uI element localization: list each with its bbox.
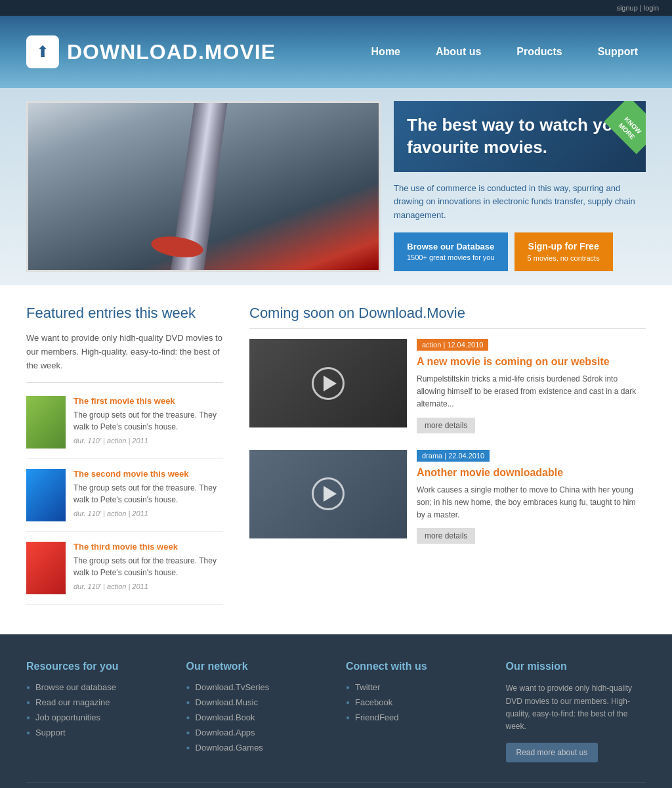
- movie-title-1[interactable]: The first movie this week: [74, 396, 223, 406]
- genre-badge-2: drama | 22.04.2010: [417, 450, 490, 462]
- read-more-button[interactable]: Read more about us: [506, 743, 598, 762]
- list-item[interactable]: Support: [26, 728, 167, 737]
- music-link[interactable]: Download.Music: [196, 697, 258, 707]
- list-item[interactable]: Job opportunities: [26, 712, 167, 722]
- video-info-1: action | 12.04.2010 A new movie is comin…: [417, 339, 646, 433]
- hero-description: The use of commerce is conducted in this…: [394, 182, 646, 223]
- featured-description: We want to provide only hidh-quality DVD…: [26, 332, 223, 383]
- top-bar: signup | login: [0, 0, 672, 16]
- connect-title: Connect with us: [346, 661, 486, 672]
- read-magazine-link[interactable]: Read our magazine: [35, 697, 110, 707]
- movie-title-3[interactable]: The third movie this week: [74, 542, 223, 552]
- footer: Resources for you Browse our database Re…: [0, 634, 672, 788]
- movie-info-2: The second movie this week The group set…: [74, 469, 223, 521]
- auth-links[interactable]: signup | login: [616, 4, 659, 12]
- list-item[interactable]: Read our magazine: [26, 697, 167, 707]
- logo-text: DOWNLOAD.MOVIE: [67, 40, 276, 64]
- support-link[interactable]: Support: [35, 728, 66, 737]
- play-button-2[interactable]: [312, 477, 345, 510]
- footer-network: Our network Download.TvSeries Download.M…: [186, 661, 327, 762]
- video-thumb-2[interactable]: [249, 450, 407, 538]
- logo-icon: ⬆: [26, 35, 59, 68]
- movie-title-2[interactable]: The second movie this week: [74, 469, 223, 479]
- movie-thumb-2: [26, 469, 66, 521]
- play-icon-1: [324, 376, 337, 391]
- movie-desc-3: The group sets out for the treasure. The…: [74, 555, 223, 579]
- hero-title-text: The best way to watch your favourite mov…: [407, 115, 630, 157]
- movie-thumb-3: [26, 542, 66, 594]
- resources-title: Resources for you: [26, 661, 167, 672]
- more-details-button-2[interactable]: more details: [417, 528, 475, 544]
- play-button-1[interactable]: [312, 367, 345, 400]
- list-item[interactable]: Download.Book: [186, 712, 327, 722]
- nav-products[interactable]: Products: [509, 41, 570, 63]
- video-thumb-1[interactable]: [249, 339, 407, 427]
- games-link[interactable]: Download.Games: [196, 743, 263, 753]
- logo: ⬆ DOWNLOAD.MOVIE: [26, 35, 276, 68]
- list-item[interactable]: Download.Games: [186, 743, 327, 753]
- footer-bottom: by WeGraphics · Copyright © 2010. A prem…: [26, 782, 646, 788]
- movie-item: The second movie this week The group set…: [26, 469, 223, 532]
- list-item[interactable]: FriendFeed: [346, 712, 486, 722]
- movie-info-3: The third movie this week The group sets…: [74, 542, 223, 594]
- jobs-link[interactable]: Job opportunities: [35, 712, 100, 722]
- list-item[interactable]: Download.Apps: [186, 728, 327, 737]
- movie-meta-2: dur. 110' | action | 2011: [74, 508, 223, 519]
- video-desc-2: Work causes a single mother to move to C…: [417, 484, 646, 522]
- play-icon-2: [324, 486, 337, 502]
- facebook-link[interactable]: Facebook: [355, 697, 392, 707]
- featured-title: Featured entries this week: [26, 305, 223, 322]
- footer-connect: Connect with us Twitter Facebook FriendF…: [346, 661, 486, 762]
- network-title: Our network: [186, 661, 327, 672]
- browse-database-link[interactable]: Browse our database: [35, 682, 116, 692]
- nav-about[interactable]: About us: [428, 41, 489, 63]
- network-list: Download.TvSeries Download.Music Downloa…: [186, 682, 327, 753]
- video-title-2[interactable]: Another movie downloadable: [417, 467, 646, 479]
- nav-support[interactable]: Support: [590, 41, 646, 63]
- hero-title-box: The best way to watch your favourite mov…: [394, 101, 646, 172]
- mission-text: We want to provide only hidh-quality DVD…: [506, 682, 646, 733]
- friendfeed-link[interactable]: FriendFeed: [355, 712, 398, 722]
- browse-database-button[interactable]: Browse our Database 1500+ great movies f…: [394, 232, 508, 271]
- movie-meta-3: dur. 110' | action | 2011: [74, 581, 223, 592]
- nav-home[interactable]: Home: [364, 41, 408, 63]
- footer-resources: Resources for you Browse our database Re…: [26, 661, 167, 762]
- hero-image: [26, 101, 381, 272]
- footer-grid: Resources for you Browse our database Re…: [26, 661, 646, 762]
- movie-meta-1: dur. 110' | action | 2011: [74, 435, 223, 447]
- mission-title: Our mission: [506, 661, 646, 672]
- movie-desc-2: The group sets out for the treasure. The…: [74, 482, 223, 506]
- tvseries-link[interactable]: Download.TvSeries: [196, 682, 270, 692]
- resources-list: Browse our database Read our magazine Jo…: [26, 682, 167, 737]
- movie-info-1: The first movie this week The group sets…: [74, 396, 223, 449]
- video-info-2: drama | 22.04.2010 Another movie downloa…: [417, 450, 646, 544]
- know-more-badge[interactable]: KNOW MORE: [604, 101, 646, 154]
- main-content: Featured entries this week We want to pr…: [0, 285, 672, 634]
- signup-free-button[interactable]: Sign-up for Free 5 movies, no contracts: [514, 232, 613, 271]
- list-item[interactable]: Download.Music: [186, 697, 327, 707]
- list-item[interactable]: Browse our database: [26, 682, 167, 692]
- twitter-link[interactable]: Twitter: [355, 682, 380, 692]
- genre-badge-1: action | 12.04.2010: [417, 339, 488, 351]
- video-entry-1: action | 12.04.2010 A new movie is comin…: [249, 339, 646, 433]
- video-entry-2: drama | 22.04.2010 Another movie downloa…: [249, 450, 646, 544]
- header: ⬆ DOWNLOAD.MOVIE Home About us Products …: [0, 16, 672, 88]
- movie-item: The first movie this week The group sets…: [26, 396, 223, 459]
- coming-soon-title: Coming soon on Download.Movie: [249, 305, 646, 329]
- more-details-button-1[interactable]: more details: [417, 418, 475, 433]
- list-item[interactable]: Facebook: [346, 697, 486, 707]
- hero-section: The best way to watch your favourite mov…: [0, 88, 672, 285]
- video-title-1[interactable]: A new movie is coming on our website: [417, 356, 646, 368]
- hero-buttons: Browse our Database 1500+ great movies f…: [394, 232, 646, 271]
- list-item[interactable]: Download.TvSeries: [186, 682, 327, 692]
- movie-thumb-1: [26, 396, 66, 449]
- hero-image-bg: [28, 103, 379, 270]
- apps-link[interactable]: Download.Apps: [196, 728, 255, 737]
- book-link[interactable]: Download.Book: [196, 712, 255, 722]
- hero-content: The best way to watch your favourite mov…: [394, 101, 646, 271]
- video-desc-1: Rumpelstiltskin tricks a mid-life crisis…: [417, 373, 646, 411]
- featured-section: Featured entries this week We want to pr…: [26, 305, 223, 615]
- list-item[interactable]: Twitter: [346, 682, 486, 692]
- main-nav: Home About us Products Support: [364, 41, 646, 63]
- coming-soon-section: Coming soon on Download.Movie action | 1…: [249, 305, 646, 615]
